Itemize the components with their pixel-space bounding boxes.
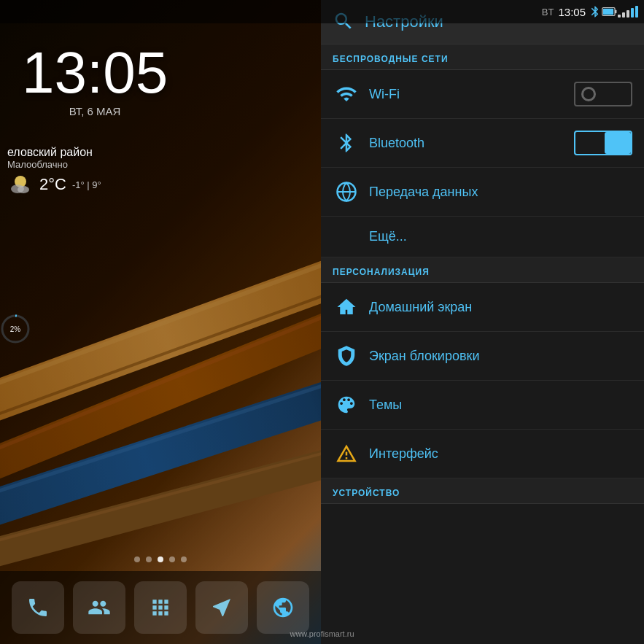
- settings-lockscreen[interactable]: Экран блокировки: [321, 332, 644, 381]
- section-device-label: УСТРОЙСТВО: [333, 488, 400, 498]
- navigation-icon: [210, 596, 233, 619]
- settings-interface[interactable]: Интерфейс: [321, 430, 644, 478]
- status-bt-prefix: BT: [542, 7, 554, 18]
- wifi-toggle-knob: [581, 87, 596, 101]
- battery-widget: 2%: [0, 314, 31, 344]
- settings-wifi[interactable]: Wi-Fi: [321, 70, 644, 119]
- dock-apps[interactable]: [134, 581, 187, 634]
- weather-condition: Малооблачно: [7, 159, 101, 170]
- section-wireless-header: БЕСПРОВОДНЫЕ СЕТИ: [321, 44, 644, 70]
- weather-location: еловский район: [7, 146, 101, 159]
- interface-icon: [333, 440, 360, 468]
- wifi-label: Wi-Fi: [369, 87, 574, 102]
- page-dot-5[interactable]: [181, 556, 187, 562]
- themes-label: Темы: [369, 397, 632, 413]
- data-label: Передача данных: [369, 185, 632, 200]
- page-dot-1[interactable]: [134, 556, 140, 562]
- section-personalization-header: ПЕРСОНАЛИЗАЦИЯ: [321, 257, 644, 283]
- clock-time: 13:05: [22, 44, 168, 102]
- status-bar: BT 13:05: [0, 0, 644, 23]
- clock-widget: 13:05 ВТ, 6 МАЯ: [22, 44, 168, 117]
- settings-panel: Настройки БЕСПРОВОДНЫЕ СЕТИ Wi-Fi Blueto…: [321, 0, 644, 644]
- homescreen-icon: [333, 293, 360, 321]
- contacts-icon: [88, 596, 111, 619]
- settings-themes[interactable]: Темы: [321, 381, 644, 430]
- data-icon: [333, 178, 360, 206]
- dock-browser[interactable]: [257, 581, 309, 634]
- phone-icon: [26, 596, 50, 619]
- svg-rect-17: [615, 10, 616, 14]
- weather-range: -1° | 9°: [72, 179, 101, 190]
- section-personalization-label: ПЕРСОНАЛИЗАЦИЯ: [333, 267, 430, 277]
- page-dots: [0, 556, 321, 562]
- bluetooth-status-icon: [589, 5, 602, 18]
- weather-widget: еловский район Малооблачно 2°C -1° | 9°: [7, 146, 101, 198]
- bluetooth-icon: [333, 129, 360, 157]
- settings-bluetooth[interactable]: Bluetooth: [321, 119, 644, 168]
- status-time: 13:05: [558, 6, 586, 18]
- dock-phone[interactable]: [12, 581, 64, 634]
- page-dot-2[interactable]: [146, 556, 152, 562]
- signal-icon: [618, 6, 638, 18]
- themes-icon: [333, 391, 360, 419]
- bluetooth-toggle-knob: [605, 132, 631, 154]
- clock-date: ВТ, 6 МАЯ: [22, 105, 168, 117]
- svg-point-20: [18, 186, 29, 193]
- page-dot-4[interactable]: [169, 556, 175, 562]
- section-device-header: УСТРОЙСТВО: [321, 478, 644, 504]
- wifi-icon: [333, 80, 360, 108]
- watermark: www.profismart.ru: [290, 629, 354, 638]
- settings-homescreen[interactable]: Домашний экран: [321, 283, 644, 332]
- page-dot-3[interactable]: [158, 556, 163, 562]
- lockscreen-label: Экран блокировки: [369, 349, 632, 364]
- interface-label: Интерфейс: [369, 446, 632, 462]
- bluetooth-label: Bluetooth: [369, 136, 574, 151]
- settings-data[interactable]: Передача данных: [321, 168, 644, 217]
- svg-rect-16: [603, 9, 613, 15]
- wifi-toggle-track[interactable]: [574, 82, 632, 106]
- bluetooth-toggle[interactable]: [574, 131, 632, 155]
- browser-icon: [271, 596, 295, 619]
- battery-status-icon: [602, 5, 618, 18]
- lockscreen-icon: [333, 342, 360, 370]
- homescreen-label: Домашний экран: [369, 300, 632, 315]
- more-label: Ещё...: [369, 229, 407, 244]
- section-wireless-label: БЕСПРОВОДНЫЕ СЕТИ: [333, 54, 449, 64]
- settings-more[interactable]: Ещё...: [321, 217, 644, 257]
- dock-bar: [0, 571, 321, 644]
- dock-contacts[interactable]: [73, 581, 125, 634]
- wifi-toggle[interactable]: [574, 82, 632, 106]
- bluetooth-toggle-track[interactable]: [574, 131, 632, 155]
- apps-icon: [149, 596, 172, 619]
- weather-temp: 2°C: [39, 175, 66, 194]
- battery-percent: 2%: [10, 325, 20, 333]
- weather-icon: [7, 171, 34, 198]
- dock-navigation[interactable]: [195, 581, 248, 634]
